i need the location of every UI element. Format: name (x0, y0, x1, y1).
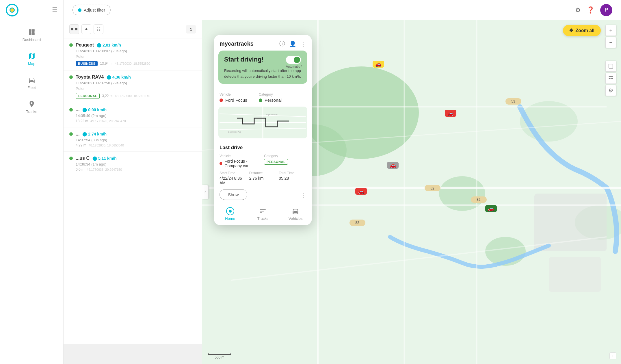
ld-vehicle-dot (220, 162, 222, 165)
vehicle-badge-row: 18,22 m 49.1771670, 20.2945470 (76, 119, 196, 123)
ld-category-field: Category PERSONAL (264, 154, 306, 168)
svg-point-9 (575, 205, 621, 240)
vehicle-distance: 18,22 m (76, 119, 88, 123)
car-red-upper: 🚗 (445, 110, 456, 117)
zoom-out-button[interactable]: − (605, 37, 616, 48)
tracks-icon (28, 100, 36, 108)
home-nav-icon (226, 207, 234, 215)
ld-distance-value: 2.76 km (249, 176, 277, 181)
phone-help-icon[interactable]: ⓘ (279, 40, 285, 48)
vehicle-speed: ⬤ 2,81 km/h (97, 43, 121, 47)
vehicle-item-rav4[interactable]: Toyota RAV4 ⬤ 4,36 km/h 11/24/2021 14:37… (64, 70, 202, 103)
phone-nav-vehicles[interactable]: Vehicles (279, 207, 312, 221)
vehicle-header: Peugeot ⬤ 2,81 km/h (69, 42, 196, 48)
svg-rect-3 (32, 32, 35, 35)
vehicle-badge-row: 0,0 m 49.1770633, 20.2947150 (76, 168, 196, 172)
phone-nav-home[interactable]: Home (214, 207, 246, 221)
adjust-filter-button[interactable]: Adjust filter (72, 5, 111, 15)
list-view-button[interactable]: ☷ (94, 24, 103, 34)
svg-rect-1 (32, 29, 35, 32)
list-toolbar: ■ ■ ● ☷ 1 (64, 20, 202, 38)
zoom-all-button[interactable]: ✥ Zoom all (563, 25, 601, 36)
vehicle-name: ... (76, 107, 79, 112)
dot-view-button[interactable]: ● (81, 24, 91, 34)
vehicle-driver: Peter (76, 86, 196, 91)
tracks-nav-svg (259, 207, 267, 215)
vehicle-time: 11/24/2021 14:37:58 (29s ago) (76, 81, 196, 85)
zoom-all-label: Zoom all (575, 28, 594, 33)
vehicle-coords: 48.1760030, 18.5652820 (115, 62, 150, 65)
phone-overlay: mycartracks ⓘ 👤 ⋮ Start driving! Automa (214, 35, 312, 225)
ld-distance-label: Distance (249, 171, 277, 175)
phone-more-icon[interactable]: ⋮ (300, 40, 306, 47)
vehicle-item-3[interactable]: ... ⬤ 0,00 km/h 14:35:49 (2m ago) 18,22 … (64, 103, 202, 127)
ld-vehicle-value-row: Ford Focus - Company car (220, 159, 262, 168)
auto-toggle[interactable] (286, 56, 301, 64)
sidebar-item-dashboard[interactable]: Dashboard (0, 23, 63, 47)
svg-point-6 (439, 176, 485, 211)
svg-point-8 (485, 237, 526, 266)
vehicle-time: 11/24/2021 14:38:07 (20s ago) (76, 49, 196, 53)
vehicle-badge-row: BUSINESS 13,94 m 48.1760030, 18.5652820 (76, 61, 196, 66)
sidebar-header: ☰ (0, 0, 64, 20)
help-icon[interactable]: ❓ (587, 6, 594, 14)
phone-profile-icon[interactable]: 👤 (289, 40, 296, 47)
sidebar: ☰ Dashboard Map Fleet Tracks (0, 0, 64, 364)
vehicle-status-dot (69, 132, 73, 136)
expand-button[interactable]: ❏ (605, 61, 616, 72)
map-layer-controls: ❏ ☶ ⚙ (605, 61, 616, 96)
vehicle-item-4[interactable]: ... ⬤ 2,74 km/h 14:37:54 (33s ago) 4,29 … (64, 127, 202, 152)
vehicle-badge-row: 4,29 m 48.1762830, 18.5653640 (76, 143, 196, 147)
svg-text:82: 82 (355, 221, 359, 225)
sidebar-item-tracks[interactable]: Tracks (0, 95, 63, 119)
phone-header: mycartracks ⓘ 👤 ⋮ (214, 35, 312, 51)
grid-icon (28, 28, 36, 36)
phone-title: mycartracks (220, 40, 254, 47)
phone-nav-tracks-label: Tracks (257, 216, 269, 221)
topbar-left: Adjust filter (72, 5, 111, 15)
vehicle-item-peugeot[interactable]: Peugeot ⬤ 2,81 km/h 11/24/2021 14:38:07 … (64, 38, 202, 70)
svg-rect-2 (29, 32, 31, 35)
hamburger-menu[interactable]: ☰ (52, 6, 58, 14)
last-drive-actions: Show ⋮ (220, 189, 306, 200)
vehicle-item-5[interactable]: ...us C ⬤ 5,11 km/h 14:36:34 (1m ago) 0,… (64, 152, 202, 176)
vehicle-speed: ⬤ 0,00 km/h (82, 107, 107, 112)
business-badge: BUSINESS (76, 61, 98, 66)
vehicle-header: ... ⬤ 2,74 km/h (69, 131, 196, 137)
svg-rect-24 (471, 196, 487, 203)
vehicle-status-dot (69, 75, 73, 79)
svg-text:53: 53 (511, 99, 515, 103)
settings-map-button[interactable]: ⚙ (605, 85, 616, 96)
grid-view-button[interactable]: ■ ■ (69, 24, 79, 34)
vehicle-value: Ford Focus (225, 98, 247, 103)
sidebar-item-map[interactable]: Map (0, 47, 63, 71)
show-button[interactable]: Show (220, 189, 247, 200)
map-icon (28, 52, 36, 60)
personal-badge: PERSONAL (76, 93, 100, 99)
vehicle-distance: 4,29 m (76, 143, 86, 147)
map-area[interactable]: 82 82 82 53 🚗 🚗 🚗 🚗 🚗 (202, 20, 621, 364)
zoom-in-button[interactable]: + (605, 25, 616, 36)
ld-total-time: Total Time 05:28 (279, 171, 306, 185)
sidebar-item-fleet[interactable]: Fleet (0, 71, 63, 95)
vehicles-nav-svg (292, 207, 299, 215)
collapse-panel-button[interactable]: ‹ (202, 185, 209, 199)
avatar-letter: P (605, 7, 608, 13)
sidebar-nav: Dashboard Map Fleet Tracks (0, 23, 63, 119)
map-scale: 500 m (208, 353, 231, 359)
layers-button[interactable]: ☶ (605, 73, 616, 84)
svg-text:82: 82 (477, 198, 481, 202)
last-drive-more-button[interactable]: ⋮ (300, 192, 306, 198)
svg-rect-10 (534, 194, 607, 251)
vehicle-badge-row: PERSONAL 3,22 m 48.1760680, 18.5651140 (76, 93, 196, 99)
vehicle-status-dot (69, 43, 73, 47)
vehicle-speed: ⬤ 4,36 km/h (107, 75, 131, 79)
phone-vehicle-section: Vehicle Ford Focus Category Personal (214, 88, 312, 107)
phone-nav-tracks[interactable]: Tracks (246, 207, 279, 221)
map-info-button[interactable]: i (609, 352, 616, 359)
phone-nav-vehicles-label: Vehicles (289, 216, 302, 221)
ld-category-badge: PERSONAL (264, 159, 288, 165)
settings-icon[interactable]: ⚙ (575, 6, 581, 14)
user-avatar[interactable]: P (600, 4, 612, 16)
vehicle-distance: 13,94 m (100, 62, 112, 66)
